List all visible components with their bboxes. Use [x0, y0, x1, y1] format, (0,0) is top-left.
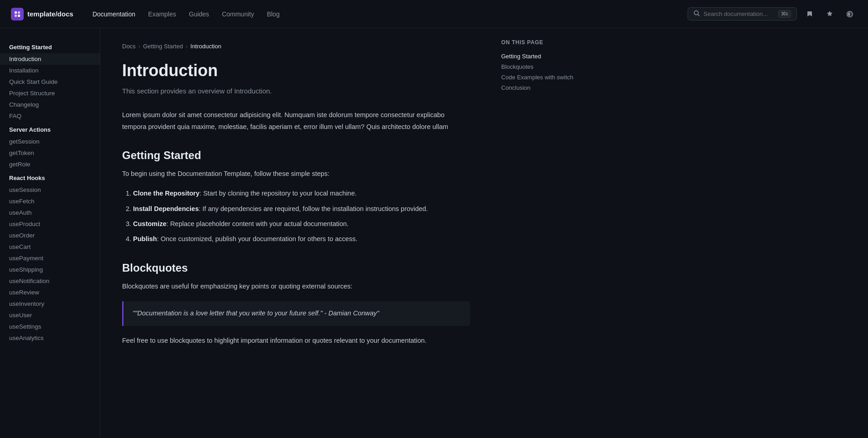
sidebar-item-getsession[interactable]: getSession	[0, 136, 100, 147]
sidebar-item-usesettings[interactable]: useSettings	[0, 321, 100, 332]
sidebar-item-usesession[interactable]: useSession	[0, 184, 100, 196]
search-input[interactable]	[704, 10, 775, 17]
toc-title: On this page	[501, 39, 574, 46]
sidebar-item-useinventory[interactable]: useInventory	[0, 298, 100, 309]
nav-link-examples[interactable]: Examples	[144, 8, 180, 21]
navbar-right: ⌘k	[688, 7, 857, 21]
sidebar-item-project-structure[interactable]: Project Structure	[0, 88, 100, 99]
star-icon[interactable]	[822, 7, 837, 21]
step-2: Install Dependencies: If any dependencie…	[133, 203, 470, 215]
search-bar[interactable]: ⌘k	[688, 7, 797, 21]
toc-item-getting-started[interactable]: Getting Started	[501, 51, 574, 62]
sidebar-item-useauth[interactable]: useAuth	[0, 207, 100, 218]
sidebar-item-gettoken[interactable]: getToken	[0, 147, 100, 159]
section-getting-started-desc: To begin using the Documentation Templat…	[122, 168, 470, 180]
nav-links: DocumentationExamplesGuidesCommunityBlog	[88, 8, 284, 21]
breadcrumb: Docs › Getting Started › Introduction	[122, 43, 470, 50]
svg-rect-1	[18, 11, 20, 14]
navbar-left: template/docs DocumentationExamplesGuide…	[11, 8, 284, 21]
toc-item-conclusion[interactable]: Conclusion	[501, 82, 574, 93]
sidebar-item-faq[interactable]: FAQ	[0, 110, 100, 122]
toc-item-code-examples[interactable]: Code Examples with switch	[501, 72, 574, 82]
sidebar-item-usenotification[interactable]: useNotification	[0, 275, 100, 287]
page-subtitle: This section provides an overview of Int…	[122, 86, 470, 97]
step-3: Customize: Replace placeholder content w…	[133, 218, 470, 230]
svg-rect-0	[15, 11, 17, 14]
sidebar-section-server-actions: Server Actions	[0, 122, 100, 136]
sidebar-item-usefetch[interactable]: useFetch	[0, 196, 100, 207]
blockquote-box: ""Documentation is a love letter that yo…	[122, 301, 470, 325]
toc-panel: On this page Getting StartedBlockquotesC…	[492, 28, 583, 438]
nav-link-documentation[interactable]: Documentation	[88, 8, 140, 21]
step-4: Publish: Once customized, publish your d…	[133, 233, 470, 245]
sidebar-item-installation[interactable]: Installation	[0, 65, 100, 76]
toc-items: Getting StartedBlockquotesCode Examples …	[501, 51, 574, 93]
logo-icon	[11, 8, 24, 21]
sidebar-section-getting-started: Getting Started	[0, 39, 100, 53]
sidebar-item-useshipping[interactable]: useShipping	[0, 264, 100, 275]
sidebar-item-usecart[interactable]: useCart	[0, 241, 100, 252]
after-quote-text: Feel free to use blockquotes to highligh…	[122, 335, 470, 346]
svg-rect-3	[18, 15, 20, 17]
section-blockquotes-heading: Blockquotes	[122, 262, 470, 274]
sidebar-item-useorder[interactable]: useOrder	[0, 230, 100, 241]
navbar: template/docs DocumentationExamplesGuide…	[0, 0, 868, 28]
breadcrumb-sep-2: ›	[185, 43, 187, 50]
nav-link-guides[interactable]: Guides	[185, 8, 214, 21]
svg-rect-2	[15, 15, 17, 17]
sidebar: Getting StartedIntroductionInstallationQ…	[0, 28, 100, 438]
breadcrumb-current: Introduction	[190, 43, 221, 50]
search-shortcut: ⌘k	[778, 10, 791, 18]
nav-link-blog[interactable]: Blog	[262, 8, 284, 21]
sidebar-item-useuser[interactable]: useUser	[0, 309, 100, 321]
bookmark-icon[interactable]	[802, 7, 817, 21]
sidebar-item-getrole[interactable]: getRole	[0, 159, 100, 170]
page-title: Introduction	[122, 61, 470, 80]
blockquote-text: ""Documentation is a love letter that yo…	[133, 308, 461, 319]
sidebar-item-changelog[interactable]: Changelog	[0, 99, 100, 110]
toc-item-blockquotes[interactable]: Blockquotes	[501, 62, 574, 72]
svg-line-5	[698, 15, 700, 16]
intro-body: Lorem ipsum dolor sit amet consectetur a…	[122, 109, 470, 133]
sidebar-item-usepayment[interactable]: usePayment	[0, 252, 100, 264]
search-icon	[693, 10, 700, 18]
section-blockquotes-desc: Blockquotes are useful for emphasizing k…	[122, 281, 470, 292]
page-layout: Getting StartedIntroductionInstallationQ…	[0, 28, 868, 438]
theme-toggle-icon[interactable]	[842, 7, 857, 21]
sidebar-item-useproduct[interactable]: useProduct	[0, 218, 100, 230]
logo[interactable]: template/docs	[11, 8, 73, 21]
breadcrumb-docs[interactable]: Docs	[122, 43, 136, 50]
nav-link-community[interactable]: Community	[217, 8, 259, 21]
sidebar-item-useanalytics[interactable]: useAnalytics	[0, 332, 100, 344]
sidebar-item-quick-start[interactable]: Quick Start Guide	[0, 76, 100, 88]
sidebar-item-introduction[interactable]: Introduction	[0, 53, 100, 65]
breadcrumb-sep-1: ›	[139, 43, 140, 50]
main-content: Docs › Getting Started › Introduction In…	[100, 28, 492, 438]
sidebar-section-react-hooks: React Hooks	[0, 170, 100, 184]
sidebar-item-usereview[interactable]: useReview	[0, 287, 100, 298]
logo-text: template/docs	[27, 10, 73, 18]
step-1: Clone the Repository: Start by cloning t…	[133, 188, 470, 199]
breadcrumb-getting-started[interactable]: Getting Started	[143, 43, 183, 50]
steps-list: Clone the Repository: Start by cloning t…	[122, 188, 470, 245]
section-getting-started-heading: Getting Started	[122, 149, 470, 162]
